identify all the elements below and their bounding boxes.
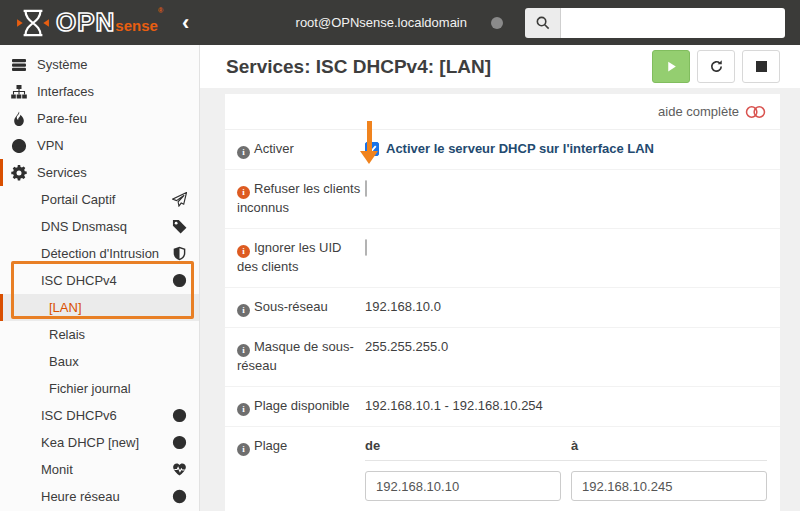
info-icon[interactable]: i — [237, 403, 250, 416]
dhcp-settings-panel: aide complète iActiver Activer le serveu… — [225, 94, 780, 511]
sidebar-item-pare-feu[interactable]: Pare-feu — [0, 105, 199, 132]
brand-registered-mark: ® — [158, 7, 164, 14]
fire-icon — [11, 111, 27, 127]
sidebar-item-label: Système — [37, 57, 88, 72]
sidebar-item-fichier-journal[interactable]: Fichier journal — [0, 375, 199, 402]
sidebar-collapse-chevron-icon[interactable]: ‹ — [182, 12, 189, 34]
enable-dhcp-checkbox-label[interactable]: Activer le serveur DHCP sur l'interface … — [386, 141, 654, 156]
paper-plane-icon — [172, 192, 187, 207]
form-row-masque: iMasque de sous-réseau 255.255.255.0 — [225, 328, 780, 387]
sidebar-item-dns-dnsmasq[interactable]: DNS Dnsmasq — [0, 213, 199, 240]
form-row-plage-disponible: iPlage disponible 192.168.10.1 - 192.168… — [225, 387, 780, 427]
sidebar-item-label: Monit — [41, 462, 73, 477]
service-stop-button[interactable] — [742, 50, 780, 83]
brand-opn: OPN — [56, 7, 115, 37]
sidebar-item-isc-dhcpv4[interactable]: ISC DHCPv4 — [0, 267, 199, 294]
sidebar-item-label: Kea DHCP [new] — [41, 435, 139, 450]
sidebar-item-label: Relais — [49, 327, 85, 342]
sidebar: Système Interfaces Pare-feu VPN Services… — [0, 45, 200, 511]
info-icon[interactable]: i — [237, 304, 250, 317]
sidebar-item-label: Portail Captif — [41, 192, 115, 207]
field-label: Plage — [254, 438, 287, 453]
sidebar-item-kea-dhcp[interactable]: Kea DHCP [new] — [0, 429, 199, 456]
info-icon[interactable]: i — [237, 443, 250, 456]
sidebar-item-systeme[interactable]: Système — [0, 51, 199, 78]
field-label: Refuser les clients inconnus — [237, 181, 360, 215]
check-icon — [367, 144, 377, 154]
sidebar-item-label: DNS Dnsmasq — [41, 219, 127, 234]
tag-icon — [172, 219, 187, 234]
status-dot — [491, 17, 503, 29]
sidebar-item-label: [LAN] — [49, 300, 82, 315]
sidebar-item-services[interactable]: Services — [0, 159, 199, 186]
toggle-off-icon[interactable] — [745, 105, 766, 119]
sidebar-item-label: ISC DHCPv6 — [41, 408, 117, 423]
deny-unknown-clients-checkbox[interactable] — [365, 180, 367, 197]
server-icon — [11, 57, 27, 73]
sidebar-item-detection-intrusion[interactable]: Détection d'Intrusion — [0, 240, 199, 267]
sidebar-item-portail-captif[interactable]: Portail Captif — [0, 186, 199, 213]
full-help-label: aide complète — [658, 104, 739, 119]
form-row-sous-reseau: iSous-réseau 192.168.10.0 — [225, 288, 780, 328]
info-icon[interactable]: i — [237, 146, 250, 159]
bullseye-icon — [172, 435, 187, 450]
bullseye-icon — [172, 408, 187, 423]
page-header: Services: ISC DHCPv4: [LAN] — [200, 45, 800, 88]
sidebar-item-monit[interactable]: Monit — [0, 456, 199, 483]
field-label: Sous-réseau — [254, 299, 328, 314]
search-group — [525, 8, 785, 38]
sidebar-item-label: Pare-feu — [37, 111, 87, 126]
field-label: Ignorer les UID des clients — [237, 240, 341, 274]
gear-icon — [11, 165, 27, 181]
field-label: Masque de sous-réseau — [237, 339, 354, 373]
sidebar-item-label: Interfaces — [37, 84, 94, 99]
brand-sense: sense — [115, 17, 158, 34]
page-title: Services: ISC DHCPv4: [LAN] — [226, 56, 491, 78]
sidebar-item-label: Fichier journal — [49, 381, 131, 396]
field-label: Activer — [254, 141, 294, 156]
opnsense-logo[interactable]: OPNsense® — [16, 7, 164, 38]
range-to-input[interactable] — [571, 471, 767, 501]
shield-icon — [172, 246, 187, 261]
form-row-refuser-clients: iRefuser les clients inconnus — [225, 170, 780, 229]
play-icon — [665, 60, 678, 73]
sidebar-item-heure-reseau[interactable]: Heure réseau — [0, 483, 199, 510]
sidebar-item-lan[interactable]: [LAN] — [0, 294, 199, 321]
info-icon[interactable]: i — [237, 186, 250, 199]
enable-dhcp-checkbox[interactable] — [365, 142, 379, 156]
topbar: OPNsense® ‹ root@OPNsense.localdomain — [0, 0, 800, 45]
sidebar-item-relais[interactable]: Relais — [0, 321, 199, 348]
info-icon[interactable]: i — [237, 344, 250, 357]
search-icon — [525, 8, 561, 38]
sidebar-item-interfaces[interactable]: Interfaces — [0, 78, 199, 105]
subnet-value: 192.168.10.0 — [365, 299, 441, 314]
globe-icon — [11, 138, 27, 154]
sidebar-item-label: Détection d'Intrusion — [41, 246, 159, 261]
sidebar-item-label: VPN — [37, 138, 64, 153]
service-start-button[interactable] — [652, 50, 690, 83]
info-icon[interactable]: i — [237, 245, 250, 258]
sidebar-item-label: ISC DHCPv4 — [41, 273, 117, 288]
hourglass-logo-icon — [16, 8, 50, 38]
sidebar-item-label: Baux — [49, 354, 79, 369]
form-row-activer: iActiver Activer le serveur DHCP sur l'i… — [225, 130, 780, 170]
sidebar-item-baux[interactable]: Baux — [0, 348, 199, 375]
sitemap-icon — [11, 84, 27, 100]
field-label: Plage disponible — [254, 398, 349, 413]
range-to-header: à — [571, 438, 767, 453]
ignore-client-uids-checkbox[interactable] — [365, 239, 367, 256]
sidebar-item-isc-dhcpv6[interactable]: ISC DHCPv6 — [0, 402, 199, 429]
form-row-plage: iPlage de à — [225, 427, 780, 511]
sidebar-item-label: Heure réseau — [41, 489, 120, 504]
sidebar-item-vpn[interactable]: VPN — [0, 132, 199, 159]
service-restart-button[interactable] — [697, 50, 735, 83]
range-from-input[interactable] — [365, 471, 561, 501]
subnet-mask-value: 255.255.255.0 — [365, 339, 448, 354]
heartbeat-icon — [172, 462, 187, 477]
logged-in-user: root@OPNsense.localdomain — [296, 15, 467, 30]
refresh-icon — [709, 59, 724, 74]
range-from-header: de — [365, 438, 561, 453]
sidebar-item-label: Services — [37, 165, 87, 180]
stop-icon — [756, 61, 767, 72]
search-input[interactable] — [561, 8, 785, 38]
